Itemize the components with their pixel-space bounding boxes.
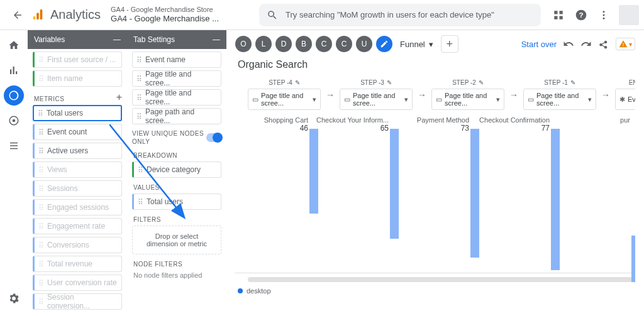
step-selector[interactable]: ▭Page title and scree...▾ [248, 89, 321, 110]
page-icon: ▭ [344, 95, 350, 104]
segment-button[interactable]: B [296, 36, 312, 52]
nav-reports-icon[interactable] [4, 60, 24, 80]
arrow-right-icon: → [601, 90, 610, 100]
segment-button[interactable]: C [336, 36, 352, 52]
svg-rect-19 [10, 145, 18, 146]
search-input[interactable]: Try searching "MoM growth in users for e… [259, 4, 541, 26]
filter-dropzone[interactable]: Drop or select dimension or metric [132, 226, 221, 254]
svg-point-9 [603, 11, 605, 13]
bar-category-label: Checkout Your Inform... [316, 116, 396, 124]
page-icon: ▭ [528, 95, 534, 104]
metric-chip[interactable]: ⠿Session conversion... [33, 293, 122, 310]
node-chip[interactable]: ⠿Page title and scree... [132, 89, 221, 106]
property-selector[interactable]: GA4 - Google Merchandise Store GA4 - Goo… [111, 6, 249, 24]
metric-chip[interactable]: ⠿Event count [33, 124, 122, 140]
pencil-icon[interactable]: ✎ [479, 79, 484, 86]
pencil-icon[interactable]: ✎ [570, 79, 575, 86]
variables-title: Variables [34, 35, 65, 44]
funnel-bar: Shopping Cart46 [235, 116, 316, 133]
chevron-down-icon: ▾ [404, 95, 408, 104]
node-chip[interactable]: ⠿Page title and scree... [132, 70, 221, 87]
metric-chip[interactable]: ⠿Conversions [33, 237, 122, 253]
edit-icon[interactable] [376, 36, 392, 52]
sampling-warning-icon[interactable]: ▾ [616, 38, 635, 50]
variables-panel-header: Variables — [28, 30, 127, 49]
page-icon: ▭ [252, 95, 258, 104]
bar-rect [470, 129, 479, 258]
svg-rect-3 [554, 11, 557, 14]
metric-chip[interactable]: ⠿Total revenue [33, 256, 122, 272]
breakdown-label: BREAKDOWN [133, 152, 221, 159]
nav-advertising-icon[interactable] [4, 111, 24, 131]
metric-chip[interactable]: ⠿Active users [33, 143, 122, 159]
pencil-icon[interactable]: ✎ [295, 79, 300, 86]
bar-rect [551, 129, 560, 270]
metric-chip[interactable]: ⠿Engagement rate [33, 218, 122, 234]
values-chip[interactable]: ⠿Total users [132, 193, 221, 210]
page-icon: ▭ [436, 95, 442, 104]
nav-admin-icon[interactable] [4, 288, 24, 308]
step-selector[interactable]: ▭Page title and scree...▾ [340, 89, 413, 110]
segment-button[interactable]: L [255, 36, 272, 52]
unique-nodes-toggle[interactable] [206, 133, 221, 142]
step-selector[interactable]: ✱Event n [615, 89, 635, 110]
collapse-icon[interactable]: — [213, 35, 220, 44]
breakdown-chip[interactable]: ⠿Device category [132, 161, 221, 178]
collapse-icon[interactable]: — [113, 35, 121, 44]
undo-icon[interactable] [563, 38, 574, 50]
node-filters-label: NODE FILTERS [133, 261, 221, 268]
metric-chip[interactable]: ⠿Engaged sessions [33, 199, 122, 215]
node-chip[interactable]: ⠿Event name [132, 52, 221, 68]
metric-chip[interactable]: ⠿Views [33, 161, 122, 178]
node-filters-text: No node filters applied [132, 270, 221, 280]
back-arrow[interactable] [10, 8, 25, 23]
values-label: VALUES [133, 184, 221, 191]
nav-home-icon[interactable] [4, 35, 24, 55]
step-selector[interactable]: ▭Page title and scree...▾ [523, 89, 596, 110]
nav-explore-icon[interactable] [4, 85, 24, 106]
metric-chip[interactable]: ⠿User conversion rate [33, 275, 122, 291]
ga-logo-icon [30, 8, 45, 23]
funnel-bar: Checkout Confirmation77 [477, 116, 557, 133]
step-selector[interactable]: ▭Page title and scree...▾ [431, 89, 504, 110]
more-menu-icon[interactable] [596, 8, 611, 23]
chevron-down-icon: ▾ [496, 95, 500, 104]
bar-category-label: Shopping Cart [235, 116, 316, 124]
node-chip[interactable]: ⠿Page path and scree... [132, 108, 221, 124]
tab-settings-header: Tab Settings — [127, 30, 226, 49]
share-icon[interactable] [598, 38, 609, 50]
segment-button[interactable]: C [316, 36, 332, 52]
dimension-chip[interactable]: ⠿First user source / ... [33, 52, 122, 68]
event-icon: ✱ [619, 95, 625, 104]
nav-configure-icon[interactable] [4, 136, 24, 156]
svg-point-11 [603, 17, 605, 19]
segment-button[interactable]: D [275, 36, 292, 52]
svg-rect-13 [13, 67, 14, 74]
svg-rect-2 [40, 9, 43, 19]
add-tab-button[interactable]: + [441, 35, 458, 53]
bar-category-label: Checkout Confirmation [477, 116, 557, 124]
start-over-link[interactable]: Start over [521, 40, 557, 49]
redo-icon[interactable] [580, 38, 592, 50]
arrow-right-icon: → [418, 90, 426, 100]
svg-rect-6 [560, 16, 563, 19]
workspace-icon[interactable] [551, 8, 566, 23]
svg-rect-4 [560, 11, 563, 14]
svg-rect-20 [10, 148, 18, 150]
help-icon[interactable]: ? [574, 8, 589, 23]
pencil-icon[interactable]: ✎ [387, 79, 392, 86]
bar-rect [309, 129, 318, 214]
horizontal-scrollbar[interactable] [248, 277, 635, 282]
dimension-chip[interactable]: ⠿Item name [33, 70, 122, 87]
bar-category-label: Payment Method [396, 116, 477, 124]
avatar[interactable] [619, 5, 639, 25]
technique-dropdown[interactable]: Funnel ▾ [396, 38, 437, 50]
legend-dot [238, 288, 243, 293]
svg-point-10 [603, 14, 605, 16]
metric-chip[interactable]: ⠿Sessions [33, 180, 122, 197]
segment-button[interactable]: O [235, 36, 252, 52]
metric-chip-total-users[interactable]: ⠿Total users [33, 105, 122, 121]
exploration-title: Organic Search [238, 59, 635, 70]
add-metric-button[interactable]: + [116, 92, 122, 103]
segment-button[interactable]: U [356, 36, 372, 52]
